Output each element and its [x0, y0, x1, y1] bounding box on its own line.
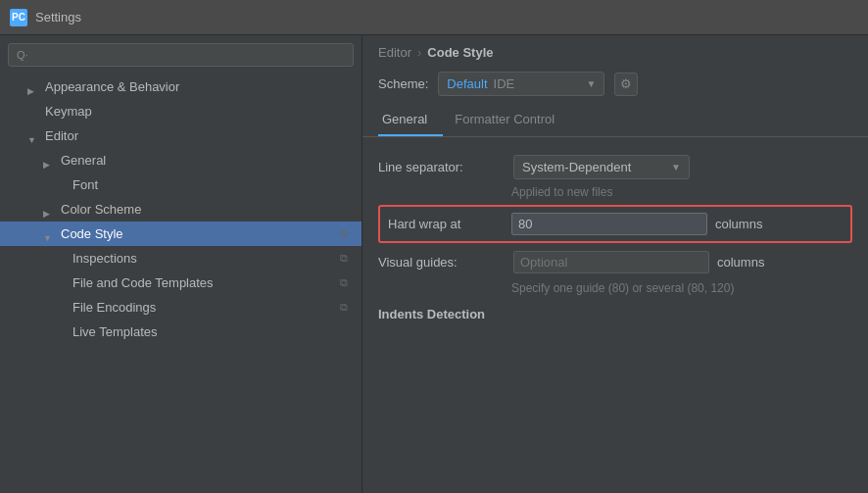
visual-guides-input[interactable] — [513, 251, 709, 273]
breadcrumb: Editor › Code Style — [362, 35, 868, 66]
visual-guides-row: Visual guides: columns — [378, 245, 852, 279]
breadcrumb-parent: Editor — [378, 45, 411, 60]
scheme-dropdown-arrow-icon: ▼ — [586, 78, 596, 89]
indents-detection-title: Indents Detection — [378, 299, 852, 325]
triangle-icon — [43, 156, 53, 166]
line-separator-hint: Applied to new files — [378, 185, 852, 203]
sidebar-item-label: Code Style — [61, 226, 336, 241]
sidebar-item-label: Color Scheme — [61, 202, 354, 217]
sidebar-list: Appearance & Behavior Keymap Editor Gene… — [0, 71, 362, 493]
line-separator-dropdown-arrow-icon: ▼ — [671, 162, 681, 173]
sidebar-item-label: Inspections — [72, 251, 336, 266]
scheme-default: Default — [447, 76, 487, 91]
hard-wrap-input[interactable] — [511, 213, 707, 235]
copy-icon: ⧉ — [340, 227, 354, 241]
sidebar-item-file-encodings[interactable]: File Encodings ⧉ — [0, 295, 362, 320]
line-separator-value: System-Dependent — [522, 160, 665, 174]
main-layout: Q· Appearance & Behavior Keymap Editor — [0, 35, 868, 493]
tabs-row: General Formatter Control — [362, 106, 868, 137]
triangle-icon — [27, 131, 37, 141]
scheme-select[interactable]: Default IDE ▼ — [438, 72, 604, 96]
sidebar-item-label: General — [61, 153, 354, 168]
scheme-gear-button[interactable]: ⚙ — [614, 73, 638, 96]
triangle-icon — [27, 82, 37, 92]
sidebar-item-keymap[interactable]: Keymap — [0, 99, 362, 123]
tab-general[interactable]: General — [378, 106, 443, 136]
scheme-row: Scheme: Default IDE ▼ ⚙ — [362, 66, 868, 106]
hard-wrap-label: Hard wrap at — [388, 217, 504, 231]
scheme-ide: IDE — [494, 76, 515, 91]
sidebar-item-label: Keymap — [45, 104, 354, 119]
sidebar-item-color-scheme[interactable]: Color Scheme — [0, 197, 362, 222]
window-title: Settings — [35, 10, 81, 25]
tab-formatter-control[interactable]: Formatter Control — [451, 106, 570, 136]
sidebar-item-file-code-templates[interactable]: File and Code Templates ⧉ — [0, 271, 362, 295]
search-box[interactable]: Q· — [8, 43, 354, 67]
sidebar-item-label: File Encodings — [72, 300, 336, 315]
hard-wrap-row: Hard wrap at columns — [378, 205, 852, 243]
settings-content: Line separator: System-Dependent ▼ Appli… — [362, 137, 868, 493]
content-area: Editor › Code Style Scheme: Default IDE … — [362, 35, 868, 493]
sidebar-item-editor[interactable]: Editor — [0, 123, 362, 148]
sidebar-item-inspections[interactable]: Inspections ⧉ — [0, 246, 362, 271]
breadcrumb-current: Code Style — [427, 45, 493, 60]
sidebar: Q· Appearance & Behavior Keymap Editor — [0, 35, 362, 493]
triangle-icon — [43, 229, 53, 239]
line-separator-row: Line separator: System-Dependent ▼ — [378, 149, 852, 185]
sidebar-item-label: Live Templates — [72, 324, 354, 339]
copy-icon: ⧉ — [340, 276, 354, 290]
app-icon: PC — [10, 9, 27, 26]
sidebar-item-label: File and Code Templates — [72, 275, 336, 290]
sidebar-item-label: Appearance & Behavior — [45, 79, 354, 94]
search-input[interactable] — [32, 48, 345, 62]
copy-icon: ⧉ — [340, 252, 354, 266]
sidebar-item-live-templates[interactable]: Live Templates — [0, 320, 362, 344]
sidebar-item-label: Editor — [45, 128, 354, 143]
visual-guides-label: Visual guides: — [378, 255, 506, 270]
copy-icon: ⧉ — [340, 301, 354, 315]
sidebar-item-font[interactable]: Font — [0, 173, 362, 197]
search-icon: Q· — [17, 49, 28, 61]
visual-guides-columns-label: columns — [717, 255, 764, 270]
sidebar-item-label: Font — [72, 177, 354, 192]
hard-wrap-columns-label: columns — [715, 217, 762, 231]
sidebar-item-general[interactable]: General — [0, 148, 362, 173]
sidebar-item-appearance[interactable]: Appearance & Behavior — [0, 74, 362, 99]
breadcrumb-separator: › — [417, 45, 421, 60]
scheme-label: Scheme: — [378, 76, 428, 91]
line-separator-dropdown[interactable]: System-Dependent ▼ — [513, 155, 690, 179]
visual-guides-hint: Specify one guide (80) or several (80, 1… — [378, 279, 852, 299]
triangle-icon — [43, 205, 53, 215]
line-separator-label: Line separator: — [378, 160, 506, 174]
sidebar-item-code-style[interactable]: Code Style ⧉ — [0, 222, 362, 246]
title-bar: PC Settings — [0, 0, 868, 35]
gear-icon: ⚙ — [620, 76, 632, 91]
